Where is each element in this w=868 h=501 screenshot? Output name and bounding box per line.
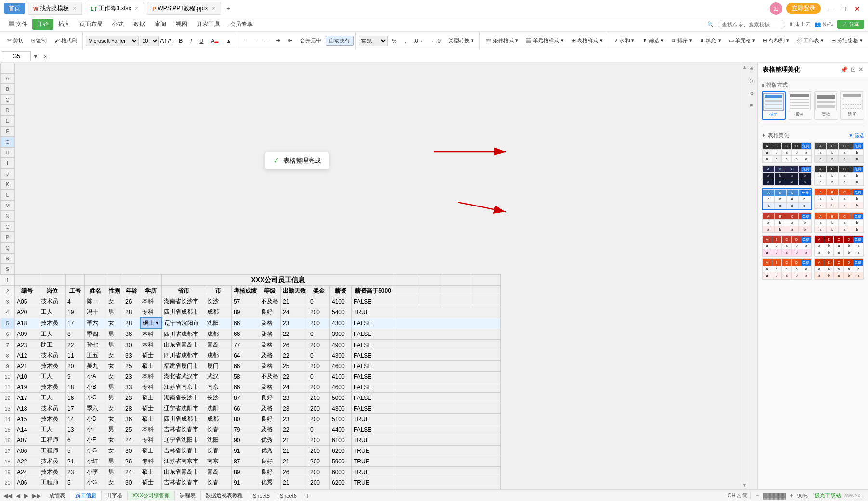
cell-n5[interactable]: 4300	[330, 318, 352, 329]
col-header-j[interactable]: J	[0, 168, 15, 179]
cell-f11[interactable]: 33	[123, 382, 140, 393]
add-tab-button[interactable]: +	[223, 3, 234, 14]
cell-m10[interactable]: 0	[308, 372, 330, 382]
cell-j18[interactable]: 87	[232, 456, 259, 467]
cell-b7[interactable]: 助工	[39, 340, 66, 350]
cell-b5[interactable]: 技术员	[39, 318, 66, 329]
cell-l6[interactable]: 22	[281, 329, 308, 340]
cell-o7[interactable]: FALSE	[352, 340, 395, 350]
cell-o17[interactable]: TRUE	[352, 446, 395, 456]
nav-last-btn[interactable]: ▶▶	[31, 492, 42, 499]
cell-l19[interactable]: 26	[281, 467, 308, 477]
cell-d12[interactable]: 小C	[85, 393, 106, 403]
cell-l13[interactable]: 23	[281, 403, 308, 414]
cell-l16[interactable]: 21	[281, 435, 308, 446]
italic-button[interactable]: I	[187, 37, 195, 45]
cell-a21[interactable]: A08	[15, 488, 39, 490]
cell-l21[interactable]: 21	[281, 488, 308, 490]
col-header-a[interactable]: A	[0, 73, 15, 84]
header-k[interactable]: 等级	[259, 286, 281, 296]
cell-e20[interactable]: 女	[106, 477, 123, 488]
cell-h12[interactable]: 湖南省长沙市	[162, 393, 205, 403]
cell-i3[interactable]: 长沙	[205, 296, 232, 307]
maximize-button[interactable]: □	[838, 4, 850, 13]
cell-m7[interactable]: 200	[308, 340, 330, 350]
cell-a1[interactable]	[15, 275, 39, 286]
cell-pqrs15[interactable]	[395, 424, 501, 435]
cell-m3[interactable]: 0	[308, 296, 330, 307]
cell-j7[interactable]: 77	[232, 340, 259, 350]
cell-g15[interactable]: 本科	[140, 424, 162, 435]
cell-i7[interactable]: 青岛	[205, 340, 232, 350]
row-num-9[interactable]: 9	[0, 361, 15, 372]
cell-l4[interactable]: 24	[281, 307, 308, 318]
col-header-q[interactable]: Q	[0, 243, 15, 253]
cell-pqrs19[interactable]	[395, 467, 501, 477]
cell-g1[interactable]	[140, 275, 162, 286]
header-j[interactable]: 考核成绩	[232, 286, 259, 296]
cell-pqrs14[interactable]	[395, 414, 501, 424]
cell-c5[interactable]: 17	[66, 318, 85, 329]
cell-f20[interactable]: 30	[123, 477, 140, 488]
sort-btn[interactable]: ⇅ 排序 ▾	[668, 36, 696, 46]
cell-c6[interactable]: 8	[66, 329, 85, 340]
row-num-16[interactable]: 16	[0, 435, 15, 446]
cell-o15[interactable]: FALSE	[352, 424, 395, 435]
panel-close-btn[interactable]: ✕	[858, 66, 863, 73]
font-size-select[interactable]: 10	[140, 36, 159, 46]
cloud-button[interactable]: ⬆ 未上云	[789, 21, 811, 28]
menu-layout[interactable]: 页面布局	[75, 18, 107, 30]
cell-m12[interactable]: 200	[308, 393, 330, 403]
cell-n15[interactable]: 4400	[330, 424, 352, 435]
cell-h6[interactable]: 四川省成都市	[162, 329, 205, 340]
beauty-item-11[interactable]: ABCDE ababa ababa 免费	[762, 258, 812, 280]
type-convert-btn[interactable]: 类型转换 ▾	[445, 36, 477, 46]
cell-b11[interactable]: 技术员	[39, 382, 66, 393]
expand-icon[interactable]: ⊡	[851, 66, 855, 73]
cell-e4[interactable]: 男	[106, 307, 123, 318]
cell-i16[interactable]: 沈阳	[205, 435, 232, 446]
cell-a13[interactable]: A18	[15, 403, 39, 414]
cell-r1[interactable]	[443, 275, 472, 286]
cell-a6[interactable]: A09	[15, 329, 39, 340]
cell-b10[interactable]: 工人	[39, 372, 66, 382]
row-num-1[interactable]: 1	[0, 275, 15, 286]
cell-g12[interactable]: 硕士	[140, 393, 162, 403]
cell-g6[interactable]: 本科	[140, 329, 162, 340]
cell-n6[interactable]: 3900	[330, 329, 352, 340]
cell-d16[interactable]: 小F	[85, 435, 106, 446]
cell-b15[interactable]: 工人	[39, 424, 66, 435]
header-s[interactable]	[472, 286, 501, 296]
header-f[interactable]: 年龄	[123, 286, 140, 296]
cell-o10[interactable]: FALSE	[352, 372, 395, 382]
col-header-m[interactable]: M	[0, 200, 15, 211]
header-c[interactable]: 工号	[66, 286, 85, 296]
cell-pqrs18[interactable]	[395, 456, 501, 467]
cell-g17[interactable]: 硕士	[140, 446, 162, 456]
cell-b13[interactable]: 技术员	[39, 403, 66, 414]
cell-c11[interactable]: 18	[66, 382, 85, 393]
cell-m16[interactable]: 200	[308, 435, 330, 446]
cell-a3[interactable]: A05	[15, 296, 39, 307]
cell-pqrs6[interactable]	[395, 329, 501, 340]
cell-title[interactable]: XXX公司员工信息	[162, 275, 395, 286]
tab-ppt-close[interactable]: ✕	[212, 6, 216, 11]
cell-d6[interactable]: 季四	[85, 329, 106, 340]
header-b[interactable]: 岗位	[39, 286, 66, 296]
cell-h8[interactable]: 四川省成都市	[162, 350, 205, 361]
header-g[interactable]: 学历	[140, 286, 162, 296]
cell-n18[interactable]: 5900	[330, 456, 352, 467]
cell-e13[interactable]: 女	[106, 403, 123, 414]
sheet-tab-sheet5[interactable]: Sheet5	[248, 492, 275, 500]
cell-pqrs10[interactable]	[395, 372, 501, 382]
cell-h19[interactable]: 山东省青岛市	[162, 467, 205, 477]
cell-s1[interactable]	[472, 275, 501, 286]
cell-d11[interactable]: 小B	[85, 382, 106, 393]
col-header-o[interactable]: O	[0, 221, 15, 232]
row-num-17[interactable]: 17	[0, 446, 15, 456]
cell-l11[interactable]: 24	[281, 382, 308, 393]
style-compact[interactable]: 紧凑	[788, 91, 812, 120]
cell-r3[interactable]	[443, 296, 472, 307]
cell-pqrs13[interactable]	[395, 403, 501, 414]
cell-c16[interactable]: 6	[66, 435, 85, 446]
